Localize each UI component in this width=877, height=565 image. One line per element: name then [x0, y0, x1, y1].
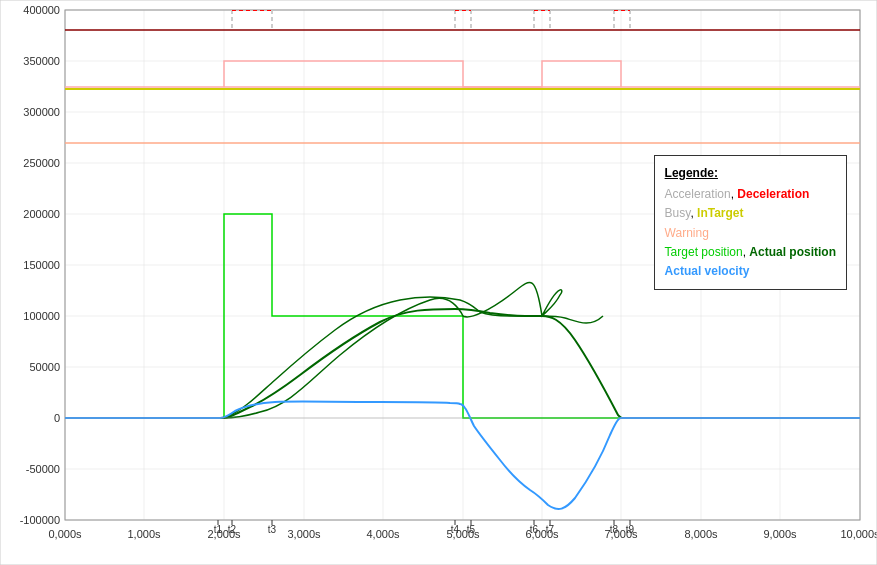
svg-text:t6: t6 [530, 524, 539, 535]
svg-text:250000: 250000 [23, 157, 60, 169]
legend-item-busy: Busy, InTarget [665, 204, 836, 223]
legend-item-accel: Acceleration, Deceleration [665, 185, 836, 204]
svg-text:8,000s: 8,000s [684, 528, 718, 540]
legend-item-velocity: Actual velocity [665, 262, 836, 281]
svg-text:0,000s: 0,000s [48, 528, 82, 540]
svg-text:1,000s: 1,000s [127, 528, 161, 540]
svg-text:0: 0 [54, 412, 60, 424]
svg-text:150000: 150000 [23, 259, 60, 271]
svg-text:350000: 350000 [23, 55, 60, 67]
svg-text:10,000s: 10,000s [840, 528, 877, 540]
svg-text:50000: 50000 [29, 361, 60, 373]
svg-text:t9: t9 [626, 524, 635, 535]
chart-container: 400000 350000 300000 250000 200000 15000… [0, 0, 877, 565]
legend-item-warning: Warning [665, 224, 836, 243]
svg-text:-50000: -50000 [26, 463, 60, 475]
svg-text:300000: 300000 [23, 106, 60, 118]
svg-text:t1: t1 [214, 524, 223, 535]
svg-text:200000: 200000 [23, 208, 60, 220]
svg-text:t4: t4 [451, 524, 460, 535]
svg-text:-100000: -100000 [20, 514, 60, 526]
svg-text:400000: 400000 [23, 4, 60, 16]
legend-title: Legende: [665, 164, 836, 183]
svg-text:t3: t3 [268, 524, 277, 535]
svg-text:t7: t7 [546, 524, 555, 535]
svg-text:4,000s: 4,000s [366, 528, 400, 540]
svg-text:3,000s: 3,000s [287, 528, 321, 540]
svg-text:t2: t2 [228, 524, 237, 535]
legend-box: Legende: Acceleration, Deceleration Busy… [654, 155, 847, 290]
svg-text:t5: t5 [467, 524, 476, 535]
legend-item-position: Target position, Actual position [665, 243, 836, 262]
svg-text:t8: t8 [610, 524, 619, 535]
svg-text:100000: 100000 [23, 310, 60, 322]
svg-text:9,000s: 9,000s [763, 528, 797, 540]
